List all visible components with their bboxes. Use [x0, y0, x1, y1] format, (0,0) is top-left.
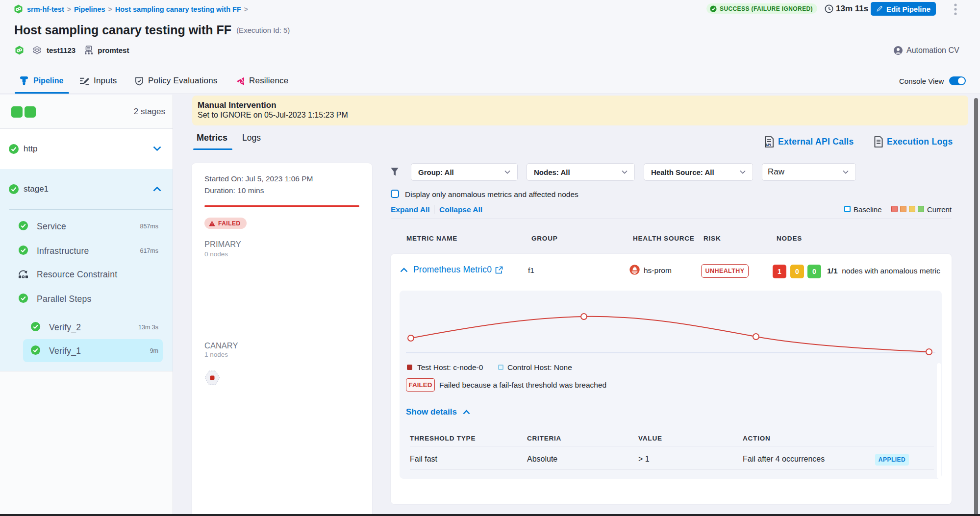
svg-text:API: API: [766, 143, 771, 147]
